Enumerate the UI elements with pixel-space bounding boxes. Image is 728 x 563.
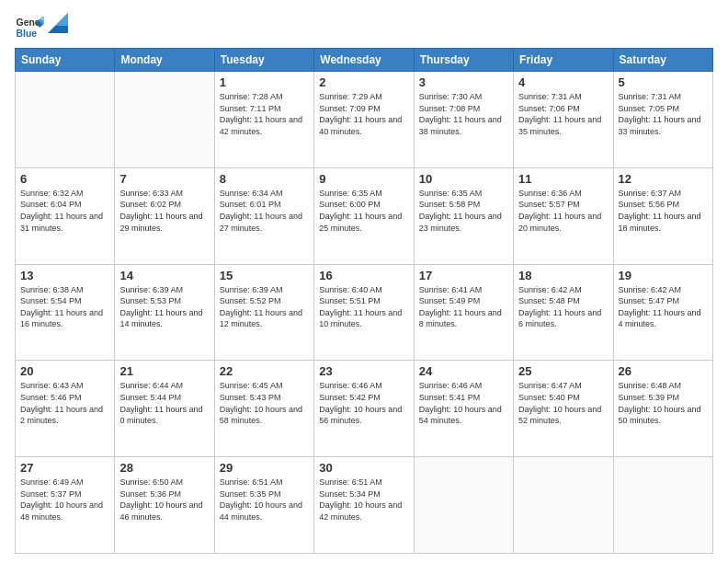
day-info: Sunrise: 6:48 AMSunset: 5:39 PMDaylight:…	[619, 380, 708, 426]
day-info: Sunrise: 6:39 AMSunset: 5:52 PMDaylight:…	[220, 284, 309, 330]
calendar-cell: 14Sunrise: 6:39 AMSunset: 5:53 PMDayligh…	[115, 264, 214, 361]
day-info: Sunrise: 6:51 AMSunset: 5:34 PMDaylight:…	[319, 477, 408, 523]
logo-triangle-icon	[48, 13, 68, 33]
day-number: 29	[220, 461, 309, 475]
day-number: 11	[518, 172, 608, 186]
col-header-sunday: Sunday	[16, 49, 115, 72]
day-info: Sunrise: 6:42 AMSunset: 5:47 PMDaylight:…	[619, 284, 708, 330]
week-row-2: 6Sunrise: 6:32 AMSunset: 6:04 PMDaylight…	[16, 167, 713, 264]
day-info: Sunrise: 6:38 AMSunset: 5:54 PMDaylight:…	[20, 284, 109, 330]
day-info: Sunrise: 6:35 AMSunset: 6:00 PMDaylight:…	[319, 188, 408, 234]
day-number: 6	[20, 172, 109, 186]
day-number: 9	[319, 172, 408, 186]
svg-marker-5	[55, 13, 68, 26]
day-number: 7	[119, 172, 209, 186]
day-info: Sunrise: 6:46 AMSunset: 5:41 PMDaylight:…	[419, 380, 508, 426]
logo-icon: General Blue	[15, 13, 44, 42]
calendar-cell: 23Sunrise: 6:46 AMSunset: 5:42 PMDayligh…	[314, 361, 414, 457]
day-number: 3	[419, 75, 508, 89]
week-row-3: 13Sunrise: 6:38 AMSunset: 5:54 PMDayligh…	[16, 264, 713, 361]
day-info: Sunrise: 6:36 AMSunset: 5:57 PMDaylight:…	[518, 188, 608, 234]
header: General Blue	[15, 13, 713, 42]
day-info: Sunrise: 6:46 AMSunset: 5:42 PMDaylight:…	[319, 380, 408, 426]
day-info: Sunrise: 6:35 AMSunset: 5:58 PMDaylight:…	[419, 188, 508, 234]
day-info: Sunrise: 6:43 AMSunset: 5:46 PMDaylight:…	[20, 380, 109, 426]
day-info: Sunrise: 6:42 AMSunset: 5:48 PMDaylight:…	[518, 284, 608, 330]
week-row-1: 1Sunrise: 7:28 AMSunset: 7:11 PMDaylight…	[16, 72, 713, 168]
col-header-friday: Friday	[514, 49, 613, 72]
day-info: Sunrise: 6:37 AMSunset: 5:56 PMDaylight:…	[619, 188, 708, 234]
calendar-cell: 1Sunrise: 7:28 AMSunset: 7:11 PMDaylight…	[214, 72, 313, 168]
calendar-cell	[514, 457, 613, 554]
calendar-cell: 9Sunrise: 6:35 AMSunset: 6:00 PMDaylight…	[314, 167, 414, 264]
calendar-cell: 5Sunrise: 7:31 AMSunset: 7:05 PMDaylight…	[613, 72, 712, 168]
day-number: 8	[220, 172, 309, 186]
day-info: Sunrise: 7:30 AMSunset: 7:08 PMDaylight:…	[419, 91, 508, 137]
day-number: 2	[319, 75, 408, 89]
day-number: 26	[619, 364, 708, 378]
day-number: 22	[220, 364, 309, 378]
day-info: Sunrise: 6:40 AMSunset: 5:51 PMDaylight:…	[319, 284, 408, 330]
calendar-cell: 6Sunrise: 6:32 AMSunset: 6:04 PMDaylight…	[16, 167, 115, 264]
day-info: Sunrise: 6:45 AMSunset: 5:43 PMDaylight:…	[220, 380, 309, 426]
day-number: 21	[119, 364, 209, 378]
day-info: Sunrise: 7:31 AMSunset: 7:05 PMDaylight:…	[619, 91, 708, 137]
week-row-5: 27Sunrise: 6:49 AMSunset: 5:37 PMDayligh…	[16, 457, 713, 554]
calendar-cell	[414, 457, 513, 554]
calendar-cell: 22Sunrise: 6:45 AMSunset: 5:43 PMDayligh…	[214, 361, 313, 457]
day-number: 28	[119, 461, 209, 475]
day-number: 4	[518, 75, 608, 89]
day-number: 10	[419, 172, 508, 186]
svg-text:Blue: Blue	[17, 29, 38, 39]
day-info: Sunrise: 6:44 AMSunset: 5:44 PMDaylight:…	[119, 380, 209, 426]
day-info: Sunrise: 7:31 AMSunset: 7:06 PMDaylight:…	[518, 91, 608, 137]
calendar-cell: 30Sunrise: 6:51 AMSunset: 5:34 PMDayligh…	[314, 457, 414, 554]
calendar-cell: 19Sunrise: 6:42 AMSunset: 5:47 PMDayligh…	[613, 264, 712, 361]
col-header-wednesday: Wednesday	[314, 49, 414, 72]
calendar-cell: 4Sunrise: 7:31 AMSunset: 7:06 PMDaylight…	[514, 72, 613, 168]
day-number: 13	[20, 269, 109, 282]
day-info: Sunrise: 6:32 AMSunset: 6:04 PMDaylight:…	[20, 188, 109, 234]
day-number: 27	[20, 461, 109, 475]
calendar-header-row: SundayMondayTuesdayWednesdayThursdayFrid…	[16, 49, 713, 72]
calendar-cell: 16Sunrise: 6:40 AMSunset: 5:51 PMDayligh…	[314, 264, 414, 361]
day-number: 18	[518, 269, 608, 282]
day-info: Sunrise: 6:51 AMSunset: 5:35 PMDaylight:…	[220, 477, 309, 523]
calendar-cell: 27Sunrise: 6:49 AMSunset: 5:37 PMDayligh…	[16, 457, 115, 554]
day-number: 17	[419, 269, 508, 282]
day-info: Sunrise: 6:50 AMSunset: 5:36 PMDaylight:…	[119, 477, 209, 523]
day-info: Sunrise: 6:41 AMSunset: 5:49 PMDaylight:…	[419, 284, 508, 330]
calendar-cell: 11Sunrise: 6:36 AMSunset: 5:57 PMDayligh…	[514, 167, 613, 264]
day-number: 1	[220, 75, 309, 89]
day-number: 19	[619, 269, 708, 282]
day-info: Sunrise: 7:28 AMSunset: 7:11 PMDaylight:…	[220, 91, 309, 137]
calendar-cell	[115, 72, 214, 168]
calendar-cell: 29Sunrise: 6:51 AMSunset: 5:35 PMDayligh…	[214, 457, 313, 554]
day-info: Sunrise: 6:49 AMSunset: 5:37 PMDaylight:…	[20, 477, 109, 523]
page: General Blue SundayMondayTuesdayWednesda…	[0, 0, 728, 563]
day-info: Sunrise: 6:39 AMSunset: 5:53 PMDaylight:…	[119, 284, 209, 330]
calendar-cell	[16, 72, 115, 168]
col-header-saturday: Saturday	[613, 49, 712, 72]
calendar-cell: 2Sunrise: 7:29 AMSunset: 7:09 PMDaylight…	[314, 72, 414, 168]
calendar-cell: 25Sunrise: 6:47 AMSunset: 5:40 PMDayligh…	[514, 361, 613, 457]
calendar-cell	[613, 457, 712, 554]
calendar-cell: 15Sunrise: 6:39 AMSunset: 5:52 PMDayligh…	[214, 264, 313, 361]
calendar-cell: 13Sunrise: 6:38 AMSunset: 5:54 PMDayligh…	[16, 264, 115, 361]
day-number: 14	[119, 269, 209, 282]
day-number: 12	[619, 172, 708, 186]
logo: General Blue	[15, 13, 68, 42]
calendar-cell: 7Sunrise: 6:33 AMSunset: 6:02 PMDaylight…	[115, 167, 214, 264]
calendar-cell: 18Sunrise: 6:42 AMSunset: 5:48 PMDayligh…	[514, 264, 613, 361]
calendar-cell: 10Sunrise: 6:35 AMSunset: 5:58 PMDayligh…	[414, 167, 513, 264]
day-info: Sunrise: 6:34 AMSunset: 6:01 PMDaylight:…	[220, 188, 309, 234]
day-number: 30	[319, 461, 408, 475]
day-number: 15	[220, 269, 309, 282]
col-header-thursday: Thursday	[414, 49, 513, 72]
day-number: 23	[319, 364, 408, 378]
col-header-monday: Monday	[115, 49, 214, 72]
calendar-cell: 17Sunrise: 6:41 AMSunset: 5:49 PMDayligh…	[414, 264, 513, 361]
day-number: 16	[319, 269, 408, 282]
day-info: Sunrise: 6:47 AMSunset: 5:40 PMDaylight:…	[518, 380, 608, 426]
col-header-tuesday: Tuesday	[214, 49, 313, 72]
